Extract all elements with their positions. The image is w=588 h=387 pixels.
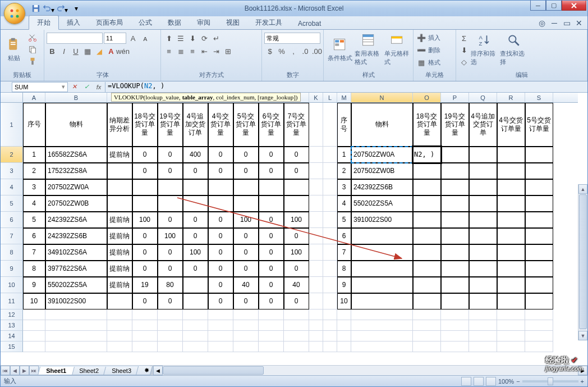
cell-C3[interactable] bbox=[107, 163, 132, 179]
cell-J13[interactable] bbox=[284, 320, 309, 331]
cell-F13[interactable] bbox=[183, 320, 208, 331]
cell-S4[interactable] bbox=[525, 179, 553, 195]
bold-button[interactable]: B bbox=[47, 45, 58, 57]
cell-A11[interactable]: 10 bbox=[23, 293, 45, 309]
cell-E14[interactable] bbox=[158, 331, 183, 342]
hscroll-thumb[interactable] bbox=[163, 366, 264, 375]
col-header-R[interactable]: R bbox=[497, 93, 525, 102]
cell-S10[interactable] bbox=[525, 277, 553, 293]
cell-M4[interactable]: 3 bbox=[337, 179, 351, 195]
cell-I6[interactable]: 0 bbox=[259, 212, 284, 228]
cell-D14[interactable] bbox=[132, 331, 158, 342]
conditional-formatting-button[interactable]: 条件格式 bbox=[326, 31, 353, 68]
currency-button[interactable]: $ bbox=[264, 45, 275, 57]
cell-D12[interactable] bbox=[132, 309, 158, 320]
cell-G15[interactable] bbox=[208, 342, 233, 352]
formula-input[interactable]: =VLOOKUP(N2, ) VLOOKUP(lookup_value, tab… bbox=[105, 82, 587, 92]
cell-P11[interactable] bbox=[441, 293, 469, 309]
percent-button[interactable]: % bbox=[276, 45, 287, 57]
align-bottom-button[interactable]: ⬇ bbox=[187, 33, 198, 44]
cell-R13[interactable] bbox=[497, 320, 525, 331]
cell-L14[interactable] bbox=[323, 331, 337, 342]
cell-J8[interactable]: 100 bbox=[284, 244, 309, 261]
cell-H2[interactable]: 0 bbox=[233, 147, 259, 163]
page-layout-view-button[interactable] bbox=[474, 377, 484, 386]
font-size-combo[interactable]: 11 bbox=[104, 33, 126, 44]
cell-M3[interactable]: 2 bbox=[337, 163, 351, 179]
cell-M14[interactable] bbox=[337, 331, 351, 342]
cell-H8[interactable]: 0 bbox=[233, 244, 259, 261]
cell-R12[interactable] bbox=[497, 309, 525, 320]
autosum-button[interactable]: Σ bbox=[458, 33, 470, 44]
cell-F5[interactable] bbox=[183, 195, 208, 212]
cell-D11[interactable]: 0 bbox=[132, 293, 158, 309]
cell-M11[interactable]: 10 bbox=[337, 293, 351, 309]
cell-O8[interactable] bbox=[413, 244, 441, 261]
help-button[interactable]: ◎ bbox=[537, 19, 547, 28]
tab-insert[interactable]: 插入 bbox=[59, 16, 88, 29]
cell-C1[interactable]: 纳期差异分析 bbox=[107, 103, 132, 147]
cell-D2[interactable]: 0 bbox=[132, 147, 158, 163]
cell-D3[interactable]: 0 bbox=[132, 163, 158, 179]
cell-D10[interactable]: 19 bbox=[132, 277, 158, 293]
cut-button[interactable] bbox=[26, 32, 39, 43]
format-as-table-button[interactable]: 套用表格格式 bbox=[355, 31, 383, 68]
cell-K7[interactable] bbox=[309, 228, 323, 244]
cell-J15[interactable] bbox=[284, 342, 309, 352]
close-button[interactable] bbox=[562, 1, 586, 11]
cell-L7[interactable] bbox=[323, 228, 337, 244]
cell-N7[interactable] bbox=[351, 228, 413, 244]
cell-J9[interactable]: 0 bbox=[284, 261, 309, 277]
row-header-11[interactable]: 11 bbox=[1, 293, 23, 309]
cell-G5[interactable] bbox=[208, 195, 233, 212]
cell-D8[interactable]: 0 bbox=[132, 244, 158, 261]
cell-E1[interactable]: 19号交货订单量 bbox=[158, 103, 183, 147]
increase-decimal-button[interactable]: .0 bbox=[300, 45, 311, 57]
cell-F9[interactable]: 0 bbox=[183, 261, 208, 277]
col-header-S[interactable]: S bbox=[525, 93, 553, 102]
cell-I14[interactable] bbox=[259, 331, 284, 342]
underline-button[interactable]: U bbox=[70, 45, 81, 57]
cell-M5[interactable]: 4 bbox=[337, 195, 351, 212]
cell-I5[interactable] bbox=[259, 195, 284, 212]
cell-F8[interactable]: 100 bbox=[183, 244, 208, 261]
cell-I7[interactable]: 0 bbox=[259, 228, 284, 244]
cell-B14[interactable] bbox=[45, 331, 107, 342]
cell-L9[interactable] bbox=[323, 261, 337, 277]
tab-home[interactable]: 开始 bbox=[29, 15, 59, 30]
enter-formula-button[interactable]: ✓ bbox=[82, 83, 91, 92]
cell-styles-button[interactable]: 单元格样式 bbox=[384, 31, 411, 68]
insert-cells-button[interactable]: ➕插入 bbox=[416, 32, 440, 43]
cell-I10[interactable]: 0 bbox=[259, 277, 284, 293]
cell-A9[interactable]: 8 bbox=[23, 261, 45, 277]
cell-O15[interactable] bbox=[413, 342, 441, 352]
cell-B12[interactable] bbox=[45, 309, 107, 320]
cell-L12[interactable] bbox=[323, 309, 337, 320]
new-sheet-button[interactable]: ✸ bbox=[136, 366, 153, 375]
cell-J10[interactable]: 40 bbox=[284, 277, 309, 293]
cell-H9[interactable]: 0 bbox=[233, 261, 259, 277]
format-cells-button[interactable]: ▦格式 bbox=[416, 57, 440, 68]
cell-G14[interactable] bbox=[208, 331, 233, 342]
cell-A6[interactable]: 5 bbox=[23, 212, 45, 228]
cell-H14[interactable] bbox=[233, 331, 259, 342]
cell-N1[interactable]: 物料 bbox=[351, 103, 413, 147]
number-format-combo[interactable]: 常规 bbox=[264, 33, 320, 44]
row-header-7[interactable]: 7 bbox=[1, 228, 23, 244]
cell-Q6[interactable] bbox=[469, 212, 497, 228]
tab-acrobat[interactable]: Acrobat bbox=[290, 17, 329, 29]
cell-H11[interactable]: 0 bbox=[233, 293, 259, 309]
cell-K2[interactable] bbox=[309, 147, 323, 163]
cell-E8[interactable]: 0 bbox=[158, 244, 183, 261]
cell-J2[interactable]: 0 bbox=[284, 147, 309, 163]
cell-Q1[interactable]: 4号追加交货订单 bbox=[469, 103, 497, 147]
cell-J11[interactable]: 0 bbox=[284, 293, 309, 309]
zoom-slider[interactable] bbox=[522, 380, 578, 383]
border-button[interactable]: ▦ bbox=[82, 45, 93, 57]
font-color-button[interactable]: A bbox=[105, 45, 117, 57]
cell-S1[interactable]: 5号交货订单量 bbox=[525, 103, 553, 147]
col-header-O[interactable]: O bbox=[413, 93, 441, 102]
cell-E5[interactable] bbox=[158, 195, 183, 212]
cell-N10[interactable] bbox=[351, 277, 413, 293]
cell-M8[interactable]: 7 bbox=[337, 244, 351, 261]
